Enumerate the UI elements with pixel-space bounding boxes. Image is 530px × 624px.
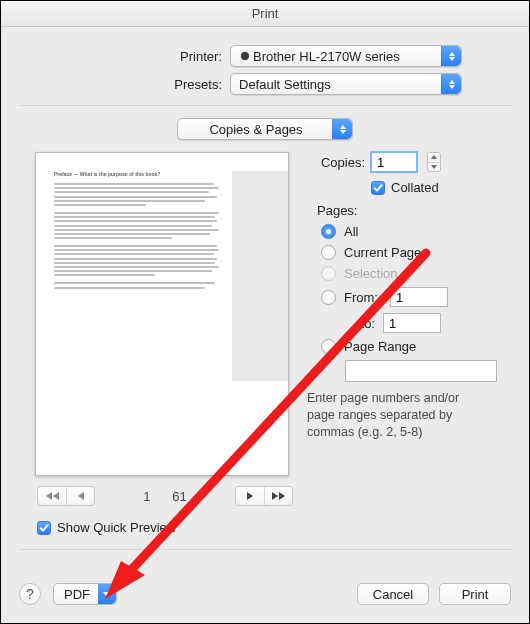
pdf-menu-button[interactable]: PDF: [53, 583, 117, 605]
pages-selection-radio: [321, 266, 336, 281]
pages-all-label: All: [344, 224, 358, 239]
copies-input[interactable]: [371, 152, 417, 172]
pages-range-input[interactable]: [345, 360, 497, 382]
pages-to-input[interactable]: [383, 313, 441, 333]
pager-prev-button[interactable]: [66, 487, 94, 505]
stepper-down-button[interactable]: [428, 162, 440, 171]
cancel-label: Cancel: [373, 587, 413, 602]
print-button[interactable]: Print: [439, 583, 511, 605]
popup-arrows-icon: [332, 119, 352, 139]
presets-popup[interactable]: Default Settings: [230, 73, 462, 95]
presets-value: Default Settings: [239, 77, 441, 92]
pages-from-input[interactable]: [390, 287, 448, 307]
printer-popup[interactable]: Brother HL-2170W series: [230, 45, 462, 67]
separator: [19, 549, 511, 550]
window-title: Print: [252, 6, 279, 21]
panel-value: Copies & Pages: [186, 122, 332, 137]
copies-stepper[interactable]: [427, 152, 441, 172]
printer-value: Brother HL-2170W series: [253, 49, 441, 64]
pages-selection-label: Selection: [344, 266, 397, 281]
checkmark-icon: [39, 523, 49, 533]
pager-fwd-group[interactable]: [235, 486, 293, 506]
cancel-button[interactable]: Cancel: [357, 583, 429, 605]
pages-from-label: From:: [344, 290, 378, 305]
page-preview: Preface — What is the purpose of this bo…: [35, 152, 289, 476]
stepper-up-button[interactable]: [428, 153, 440, 162]
separator: [19, 105, 511, 106]
show-quick-preview-checkbox[interactable]: [37, 521, 51, 535]
printer-label: Printer:: [68, 49, 222, 64]
pages-range-label: Page Range: [344, 339, 416, 354]
pager-next-button[interactable]: [236, 487, 264, 505]
checkmark-icon: [373, 183, 383, 193]
window-titlebar: Print: [1, 1, 529, 27]
panel-popup[interactable]: Copies & Pages: [177, 118, 353, 140]
show-quick-preview-label: Show Quick Preview: [57, 520, 176, 535]
print-label: Print: [462, 587, 489, 602]
pages-all-radio[interactable]: [321, 224, 336, 239]
pages-label: Pages:: [317, 203, 511, 218]
page-counter: 1 61: [105, 489, 225, 504]
help-button[interactable]: ?: [19, 583, 41, 605]
copies-label: Copies:: [307, 155, 365, 170]
dropdown-arrow-icon: [98, 584, 116, 604]
pages-current-label: Current Page: [344, 245, 421, 260]
collated-checkbox[interactable]: [371, 181, 385, 195]
pages-to-label: to:: [345, 316, 375, 331]
pages-current-radio[interactable]: [321, 245, 336, 260]
popup-arrows-icon: [441, 46, 461, 66]
pager-first-button[interactable]: [38, 487, 66, 505]
popup-arrows-icon: [441, 74, 461, 94]
pager-last-button[interactable]: [264, 487, 292, 505]
collated-label: Collated: [391, 180, 439, 195]
pager-back-group[interactable]: [37, 486, 95, 506]
help-icon: ?: [26, 586, 34, 602]
pages-range-radio[interactable]: [321, 339, 336, 354]
pdf-label: PDF: [64, 587, 90, 602]
pages-range-hint: Enter page numbers and/or page ranges se…: [307, 390, 487, 441]
pages-from-radio[interactable]: [321, 290, 336, 305]
presets-label: Presets:: [68, 77, 222, 92]
svg-point-0: [241, 52, 249, 60]
printer-status-icon: [239, 50, 251, 62]
